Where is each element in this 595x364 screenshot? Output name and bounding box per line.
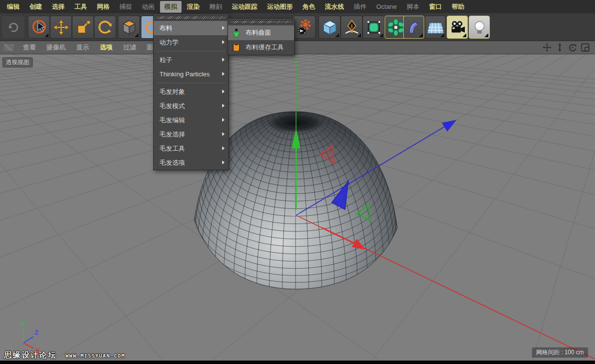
menubar-item-select[interactable]: 选择 (47, 1, 69, 13)
move-tool-button[interactable] (50, 16, 72, 39)
live-selection-button[interactable] (28, 16, 50, 39)
menu-item-label: 毛发编辑 (160, 116, 185, 124)
menubar-item-character[interactable]: 角色 (298, 1, 320, 13)
submenu-arrow-icon (222, 90, 225, 93)
cloth-surface-icon (231, 27, 242, 38)
light-button[interactable] (469, 16, 490, 39)
zoom-view-icon[interactable] (555, 43, 565, 52)
coordinate-cube-button[interactable] (118, 16, 140, 39)
menubar-item-mograph[interactable]: 运动图形 (263, 1, 297, 13)
menu-item-hair-mode[interactable]: 毛发模式 (154, 99, 229, 113)
undo-icon (6, 20, 21, 35)
viewport-menu-items: 查看摄像机显示选项过滤面板 (18, 43, 165, 52)
menu-item-label: 毛发工具 (160, 145, 185, 152)
mograph-cloner-icon (387, 19, 405, 36)
grid-spacing-label: 网格间距 : 100 cm (532, 347, 588, 358)
menubar-item-animate[interactable]: 动画 (137, 1, 159, 13)
add-primitive-button[interactable] (319, 16, 341, 39)
menu-item-hair-edit[interactable]: 毛发编辑 (154, 113, 229, 127)
submenu-arrow-icon (222, 146, 225, 150)
menu-item-cloth[interactable]: 布料 (154, 21, 229, 35)
cloth-submenu: 布料曲面布料缓存工具 (228, 18, 295, 55)
scale-tool-button[interactable] (72, 16, 94, 39)
viewport-controls (542, 43, 595, 52)
menu-item-hair-options[interactable]: 毛发选项 (154, 156, 229, 170)
watermark-url: WWW.MISSYUAN.COM (66, 353, 125, 359)
menu-item-hair-selection[interactable]: 毛发选择 (154, 127, 229, 141)
menu-separator (157, 51, 226, 51)
submenu-item-cloth-surface[interactable]: 布料曲面 (228, 25, 294, 40)
menu-tearoff-handle[interactable] (155, 16, 227, 20)
menubar-item-window[interactable]: 窗口 (425, 1, 446, 13)
viewport-hatch-icon[interactable] (4, 44, 14, 51)
maximize-view-icon[interactable] (580, 43, 590, 52)
spline-pen-button[interactable] (341, 16, 363, 39)
menubar-item-edit[interactable]: 编辑 (2, 1, 24, 13)
render-settings-icon (295, 18, 314, 37)
menubar-item-tools[interactable]: 工具 (70, 1, 92, 13)
menubar-item-script[interactable]: 脚本 (402, 1, 424, 13)
rotate-view-icon[interactable] (568, 43, 577, 52)
triad-x-label: X (36, 347, 40, 354)
menu-item-label: 布料 (160, 24, 172, 32)
menubar-item-help[interactable]: 帮助 (447, 1, 469, 13)
submenu-arrow-icon (222, 104, 225, 108)
menu-item-label: 毛发选项 (160, 159, 185, 166)
subdivision-surface-button[interactable] (363, 16, 385, 39)
viewport-menu-view[interactable]: 查看 (18, 43, 41, 52)
cloth-cache-icon (231, 42, 242, 53)
perspective-viewport[interactable]: 透视视图 网格间距 : 100 cm 思缘设计论坛 WWW.MISSYUAN.C… (0, 54, 595, 361)
triad-z-label: Z (35, 329, 38, 336)
axis-triad: Y Z X (14, 318, 45, 357)
menu-item-thinking-particles[interactable]: Thinking Particles (154, 67, 229, 81)
menu-item-hair-tools[interactable]: 毛发工具 (154, 141, 229, 156)
menu-item-dynamics[interactable]: 动力学 (154, 35, 229, 49)
menubar-item-motion-tracker[interactable]: 运动跟踪 (228, 1, 262, 13)
submenu-item-label: 布料曲面 (246, 28, 271, 37)
menubar-item-pipeline[interactable]: 流水线 (320, 1, 348, 13)
submenu-arrow-icon (222, 118, 225, 122)
menubar-item-snap[interactable]: 捕捉 (115, 1, 137, 13)
floor-button[interactable] (425, 16, 446, 39)
submenu-tearoff-handle[interactable] (229, 20, 293, 24)
submenu-item-label: 布料缓存工具 (246, 43, 284, 52)
menu-item-label: 粒子 (160, 56, 172, 64)
menubar-item-simulate[interactable]: 模拟 (160, 1, 182, 13)
scale-icon (75, 19, 92, 36)
menu-separator (157, 83, 226, 83)
menubar-item-render[interactable]: 渲染 (183, 1, 204, 13)
view-label: 透视视图 (2, 57, 33, 68)
pan-view-icon[interactable] (542, 43, 552, 52)
simulate-menu: 布料动力学粒子Thinking Particles毛发对象毛发模式毛发编辑毛发选… (153, 14, 229, 170)
submenu-arrow-icon (222, 26, 225, 30)
menubar-item-sculpt[interactable]: 雕刻 (205, 1, 227, 13)
menubar-item-octane[interactable]: Octane (372, 1, 401, 12)
menu-item-particles[interactable]: 粒子 (154, 53, 229, 67)
menubar-item-mesh[interactable]: 网格 (92, 1, 114, 13)
main-menubar: 编辑创建选择工具网格捕捉动画模拟渲染雕刻运动跟踪运动图形角色流水线插件Octan… (0, 0, 595, 13)
submenu-arrow-icon (222, 132, 225, 136)
rotate-icon (97, 19, 114, 36)
submenu-item-cloth-cache-tool[interactable]: 布料缓存工具 (228, 40, 294, 55)
undo-button[interactable] (1, 16, 25, 39)
deformer-button[interactable] (403, 16, 424, 39)
viewport-menubar: 查看摄像机显示选项过滤面板 (0, 41, 595, 54)
camera-button[interactable] (447, 16, 468, 39)
submenu-arrow-icon (222, 72, 225, 76)
cinema4d-window: 编辑创建选择工具网格捕捉动画模拟渲染雕刻运动跟踪运动图形角色流水线插件Octan… (0, 0, 595, 364)
scene-canvas (0, 54, 595, 361)
rotate-tool-button[interactable] (94, 16, 116, 39)
menu-item-label: 动力学 (160, 39, 179, 46)
submenu-arrow-icon (222, 40, 225, 44)
menu-item-hair-objects[interactable]: 毛发对象 (154, 85, 229, 99)
render-settings-button[interactable] (293, 16, 316, 39)
menubar-item-plugins[interactable]: 插件 (349, 1, 371, 13)
submenu-arrow-icon (222, 58, 225, 62)
viewport-menu-filter[interactable]: 过滤 (118, 43, 141, 52)
viewport-menu-options[interactable]: 选项 (94, 43, 118, 52)
viewport-menu-cameras[interactable]: 摄像机 (41, 43, 71, 52)
viewport-menu-display[interactable]: 显示 (71, 43, 94, 52)
menubar-item-create[interactable]: 创建 (25, 1, 46, 13)
main-toolbar (0, 13, 595, 41)
bottom-bar (0, 361, 595, 364)
